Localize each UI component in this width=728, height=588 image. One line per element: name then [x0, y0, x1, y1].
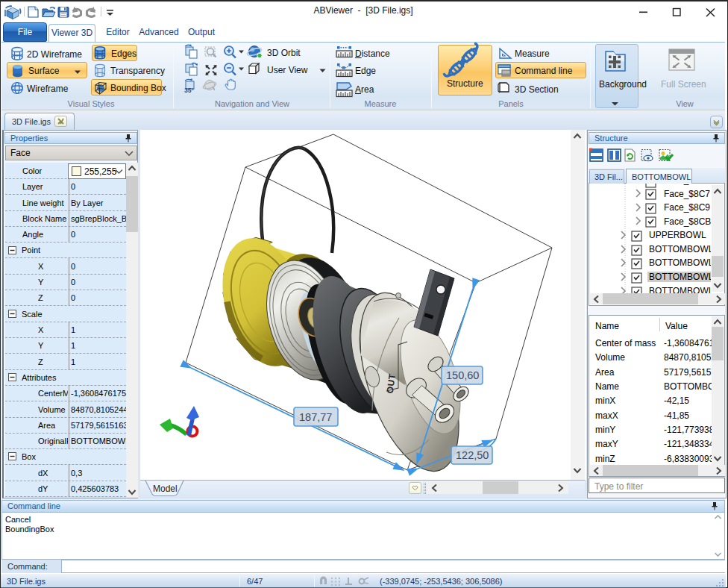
svg-text:122,50: 122,50	[456, 449, 489, 461]
svg-text:187,77: 187,77	[299, 411, 332, 423]
svg-text:35°: 35°	[184, 87, 194, 94]
svg-text:150,60: 150,60	[446, 369, 479, 381]
